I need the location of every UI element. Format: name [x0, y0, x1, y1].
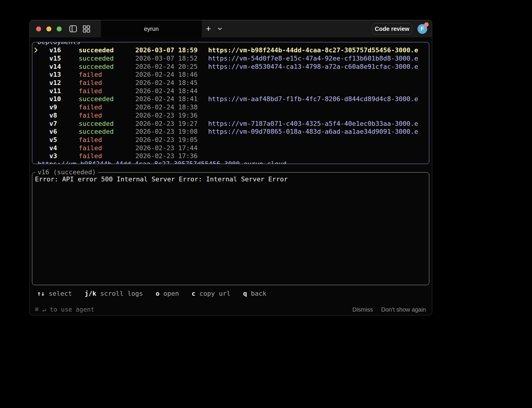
- deployment-timestamp: 2026-02-24 18:38: [135, 103, 208, 111]
- deployment-row[interactable]: v14 succeeded 2026-02-24 20:25 https://v…: [32, 62, 428, 71]
- deployment-status: succeeded: [79, 55, 135, 62]
- chevron-right-icon: [34, 145, 43, 151]
- deployment-status: failed: [79, 112, 135, 119]
- deployment-row[interactable]: v5 failed 2026-02-23 19:05: [32, 136, 428, 144]
- deployment-status: failed: [79, 87, 135, 95]
- shortcut-keys: q: [243, 290, 247, 297]
- deployment-timestamp: 2026-03-07 18:59: [135, 46, 208, 54]
- deployment-row[interactable]: v12 failed 2026-02-24 18:45: [32, 79, 428, 87]
- deployment-timestamp: 2026-02-23 19:05: [135, 136, 208, 143]
- deployment-row[interactable]: v6 succeeded 2026-02-23 19:08 https://vm…: [32, 128, 428, 136]
- tab-title: eyrun: [144, 26, 159, 32]
- chevron-right-icon: [34, 96, 43, 102]
- deployments-panel-title: Deployments: [35, 42, 83, 46]
- code-review-button[interactable]: Code review: [372, 23, 412, 34]
- maximize-window-icon[interactable]: [57, 26, 62, 31]
- deployment-version: v13: [49, 71, 79, 78]
- deployment-row[interactable]: v8 failed 2026-02-23 19:36: [32, 111, 428, 120]
- shortcut-keys: ↑↓: [37, 290, 45, 297]
- agent-hint-label: to use agent: [50, 306, 95, 313]
- deployment-status: succeeded: [79, 128, 135, 135]
- deployment-version: v12: [49, 79, 79, 86]
- agent-hint-keys: ⌘ ↵: [35, 306, 46, 313]
- shortcut-item: ↑↓ select: [37, 290, 72, 297]
- chevron-right-icon: [34, 55, 43, 61]
- deployment-timestamp: 2026-02-23 19:08: [135, 128, 208, 135]
- deployment-status: succeeded: [79, 95, 135, 103]
- deployment-list: v16 succeeded 2026-03-07 18:59 https://v…: [32, 46, 428, 160]
- deployment-timestamp: 2026-02-23 19:36: [135, 112, 208, 119]
- deployment-timestamp: 2026-02-23 17:44: [135, 144, 208, 152]
- deployment-timestamp: 2026-02-24 18:44: [135, 87, 208, 95]
- deployment-version: v11: [49, 87, 79, 95]
- deployment-status: failed: [79, 144, 135, 152]
- new-tab-plus-icon[interactable]: +: [206, 24, 211, 33]
- logs-panel: v16 (succeeded) Error: API error 500 Int…: [32, 172, 429, 285]
- deployment-version: v7: [49, 120, 79, 127]
- dismiss-button[interactable]: Dismiss: [352, 306, 373, 313]
- deployment-timestamp: 2026-02-24 20:25: [135, 63, 208, 70]
- deployment-version: v10: [49, 95, 79, 103]
- deployment-url: https://vm-09d70865-018a-483d-a6ad-aa1ae…: [208, 128, 428, 135]
- traffic-lights: [36, 26, 62, 31]
- shortcut-item: q back: [243, 290, 266, 297]
- deployment-row[interactable]: v3 failed 2026-02-23 17:36: [32, 152, 428, 160]
- deployment-status: succeeded: [79, 46, 135, 54]
- shortcut-keys: j/k: [85, 290, 96, 297]
- shortcut-item: j/k scroll logs: [85, 290, 143, 297]
- sidebar-icon[interactable]: [69, 25, 77, 32]
- minimize-window-icon[interactable]: [46, 26, 51, 31]
- dont-show-again-button[interactable]: Don't show again: [381, 306, 426, 313]
- logs-panel-title: v16 (succeeded): [35, 168, 98, 176]
- grid-icon[interactable]: [83, 25, 90, 33]
- deployment-url: https://vm-aaf48bd7-f1fb-4fc7-8206-d844c…: [208, 95, 428, 103]
- chevron-right-icon: [34, 112, 43, 118]
- shortcut-keys: o: [156, 290, 159, 297]
- chevron-right-icon: [34, 121, 43, 127]
- chevron-right-icon: [34, 137, 43, 143]
- selected-deployment-url: https://vm-b98f244b-44dd-4caa-8c27-30575…: [35, 160, 289, 164]
- deployment-version: v15: [49, 55, 79, 62]
- shortcut-item: c copy url: [191, 290, 230, 297]
- shortcut-item: o open: [156, 290, 179, 297]
- deployment-row[interactable]: v10 succeeded 2026-02-24 18:41 https://v…: [32, 95, 428, 103]
- deployment-version: v5: [49, 136, 79, 143]
- shortcut-bar: ↑↓ select j/k scroll logs o open c copy …: [37, 290, 266, 297]
- tab-eyrun[interactable]: eyrun: [101, 20, 202, 37]
- deployment-version: v16: [49, 46, 79, 54]
- avatar[interactable]: F: [417, 24, 427, 34]
- deployment-row[interactable]: v4 failed 2026-02-23 17:44: [32, 144, 428, 152]
- deployment-version: v9: [49, 103, 79, 111]
- shortcut-label: copy url: [199, 290, 230, 297]
- bottom-bar: ⌘ ↵ to use agent Dismiss Don't show agai…: [35, 305, 426, 314]
- shortcut-label: scroll logs: [100, 290, 143, 297]
- chevron-right-icon: [34, 47, 43, 53]
- deployment-status: failed: [79, 79, 135, 86]
- deployment-row[interactable]: v7 succeeded 2026-02-23 19:27 https://vm…: [32, 119, 428, 128]
- deployment-url: https://vm-b98f244b-44dd-4caa-8c27-30575…: [208, 46, 428, 54]
- deployment-timestamp: 2026-03-07 18:52: [135, 55, 208, 62]
- chevron-right-icon: [34, 71, 43, 78]
- deployment-timestamp: 2026-02-24 18:46: [135, 71, 208, 78]
- deployment-version: v6: [49, 128, 79, 135]
- deployment-url: https://vm-54d0f7e8-e15c-47a4-92ee-cf13b…: [208, 55, 428, 62]
- deployment-timestamp: 2026-02-23 19:27: [135, 120, 208, 127]
- agent-hint: ⌘ ↵ to use agent: [35, 306, 94, 313]
- shortcut-label: open: [163, 290, 179, 297]
- deployment-row[interactable]: v13 failed 2026-02-24 18:46: [32, 71, 428, 79]
- deployment-row[interactable]: v15 succeeded 2026-03-07 18:52 https://v…: [32, 54, 428, 63]
- close-window-icon[interactable]: [36, 26, 41, 31]
- chevron-down-icon[interactable]: [218, 26, 222, 31]
- deployment-timestamp: 2026-02-24 18:45: [135, 79, 208, 86]
- app-window: eyrun + Code review F Deployments v16 su…: [29, 20, 432, 315]
- deployment-version: v3: [49, 152, 79, 160]
- deployment-row[interactable]: v11 failed 2026-02-24 18:44: [32, 87, 428, 95]
- deployment-row[interactable]: v9 failed 2026-02-24 18:38: [32, 103, 428, 111]
- deployment-status: succeeded: [79, 63, 135, 70]
- deployment-row[interactable]: v16 succeeded 2026-03-07 18:59 https://v…: [32, 46, 428, 54]
- chevron-right-icon: [34, 128, 43, 135]
- deployment-timestamp: 2026-02-23 17:36: [135, 152, 208, 160]
- deployment-status: failed: [79, 136, 135, 143]
- chevron-right-icon: [34, 104, 43, 110]
- shortcut-label: back: [251, 290, 266, 297]
